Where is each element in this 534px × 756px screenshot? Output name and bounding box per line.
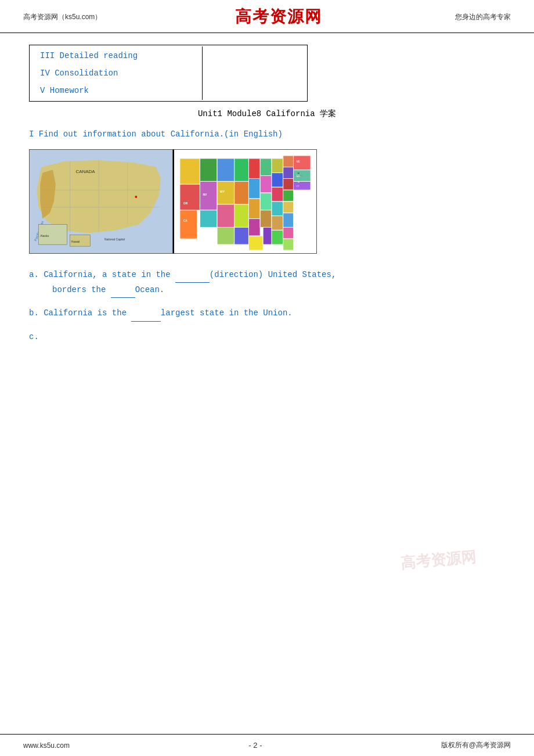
svg-rect-43: [272, 216, 283, 231]
header-left-text: 高考资源网（ks5u.com）: [23, 12, 102, 22]
svg-rect-51: [283, 227, 294, 239]
site-logo: 高考资源网: [235, 6, 322, 28]
svg-point-8: [135, 196, 137, 198]
svg-rect-44: [272, 230, 283, 244]
svg-rect-24: [217, 227, 234, 244]
svg-text:ME: ME: [296, 160, 300, 163]
svg-rect-39: [272, 159, 283, 173]
map-right: OR CA NV WY ME MA CT RI RI: [173, 149, 317, 254]
question-b-label: b. California is the largest state in th…: [29, 308, 293, 318]
svg-text:RI: RI: [297, 181, 300, 183]
svg-text:NV: NV: [203, 193, 207, 196]
header-right-text: 您身边的高考专家: [455, 12, 511, 22]
outline-left-col: III Detailed reading IV Consolidation V …: [31, 46, 203, 100]
maps-container: CANADA Pacific Ocean National Capital Al…: [29, 149, 319, 254]
svg-rect-35: [260, 176, 272, 193]
question-a-line2: borders the Ocean.: [29, 283, 505, 298]
outline-table: III Detailed reading IV Consolidation V …: [29, 45, 308, 102]
svg-rect-15: [180, 159, 200, 184]
svg-rect-45: [283, 156, 294, 167]
svg-rect-28: [234, 227, 249, 244]
outline-item-4: IV Consolidation: [40, 69, 193, 78]
svg-rect-40: [272, 173, 283, 188]
footer-center: - 2 -: [248, 741, 262, 750]
svg-text:MA: MA: [296, 175, 300, 178]
svg-text:CANADA: CANADA: [75, 169, 95, 174]
page-header: 高考资源网（ks5u.com） 高考资源网 您身边的高考专家: [0, 0, 534, 33]
svg-text:CT: CT: [296, 185, 300, 188]
svg-rect-50: [283, 213, 294, 228]
svg-rect-37: [260, 210, 272, 228]
svg-rect-36: [260, 193, 272, 210]
question-c-label: c.: [29, 332, 39, 341]
question-a-label: a. California, a state in the (direction…: [29, 270, 336, 279]
svg-rect-23: [217, 204, 234, 228]
map-left: CANADA Pacific Ocean National Capital Al…: [29, 149, 173, 254]
section-heading: I Find out information about California.…: [29, 129, 505, 139]
svg-rect-48: [283, 190, 294, 201]
svg-rect-46: [283, 167, 294, 179]
svg-rect-32: [248, 219, 260, 236]
svg-rect-49: [283, 201, 294, 213]
svg-rect-25: [234, 159, 249, 182]
svg-text:Hawaii: Hawaii: [71, 240, 80, 243]
svg-rect-29: [248, 159, 260, 179]
svg-text:OR: OR: [183, 202, 188, 205]
table-caption: Unit1 Module8 California 学案: [29, 109, 505, 119]
svg-rect-20: [200, 210, 217, 228]
question-c: c.: [29, 330, 505, 344]
outline-item-3: III Detailed reading: [40, 51, 193, 60]
blank-b1: [131, 306, 160, 321]
svg-text:National Capital: National Capital: [104, 238, 125, 241]
svg-text:WY: WY: [220, 190, 225, 193]
svg-rect-16: [200, 159, 217, 182]
svg-text:RI: RI: [297, 172, 300, 175]
blank-a1: [175, 268, 210, 283]
main-content: III Detailed reading IV Consolidation V …: [0, 33, 534, 387]
outline-item-5: V Homework: [40, 86, 193, 95]
svg-rect-31: [248, 199, 260, 219]
svg-rect-34: [260, 159, 272, 176]
footer-left: www.ks5u.com: [23, 741, 70, 750]
page-footer: www.ks5u.com - 2 - 版权所有@高考资源网: [0, 734, 534, 756]
svg-rect-47: [283, 178, 294, 190]
footer-right: 版权所有@高考资源网: [441, 740, 511, 750]
svg-rect-18: [180, 210, 197, 239]
watermark: 高考资源网: [400, 546, 477, 573]
svg-rect-27: [234, 204, 249, 228]
svg-rect-17: [180, 184, 200, 210]
svg-rect-52: [283, 239, 294, 250]
question-a: a. California, a state in the (direction…: [29, 268, 505, 298]
svg-rect-41: [272, 187, 283, 201]
blank-a2: [111, 283, 135, 298]
svg-rect-26: [234, 181, 249, 204]
svg-text:Alaska: Alaska: [40, 235, 49, 237]
svg-rect-21: [217, 159, 234, 182]
svg-rect-33: [248, 236, 263, 250]
svg-rect-30: [248, 178, 260, 199]
question-b: b. California is the largest state in th…: [29, 306, 505, 321]
svg-text:CA: CA: [183, 219, 188, 222]
outline-right-col: [204, 46, 306, 100]
svg-rect-42: [272, 201, 283, 216]
